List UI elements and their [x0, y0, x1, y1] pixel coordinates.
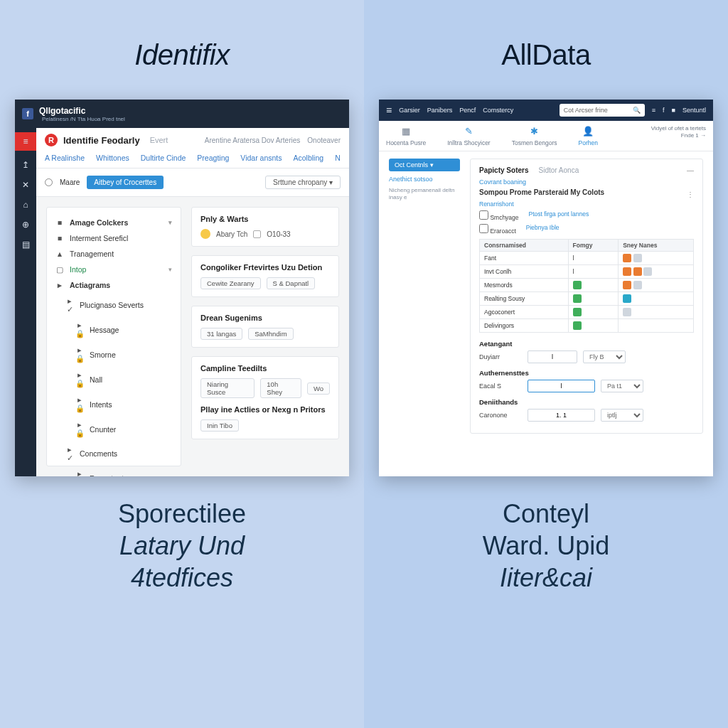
top-link-1[interactable]: Panibers — [427, 107, 453, 114]
tree-icon: ▸ 🔒 — [75, 469, 84, 476]
tab-0[interactable]: A Realinshe — [45, 154, 85, 162]
card-title: Drean Sugenims — [200, 314, 330, 322]
cell: Invt Conlh — [480, 265, 569, 279]
sidebar-item-4[interactable]: ►Actiagrams — [47, 277, 181, 293]
hdr-meta-2[interactable]: Onoteaver — [307, 136, 341, 144]
panel-tab-2[interactable]: Sidtor Aonca — [538, 166, 579, 174]
tab-4[interactable]: Vidar ansnts — [240, 154, 282, 162]
cell — [568, 319, 619, 333]
ad-topbar: ≡ Garsier Panibers Pencf Comstercy Cot A… — [379, 100, 713, 121]
status-square-icon — [633, 281, 642, 289]
pill[interactable]: SaMhndim — [248, 328, 293, 340]
radio-icon[interactable] — [45, 178, 53, 186]
sidebar-item-9[interactable]: ▸ 🔒Intents — [47, 392, 181, 417]
status-square-icon — [633, 267, 642, 276]
row3-input[interactable] — [528, 409, 595, 422]
tab-2[interactable]: Dultirte Cinde — [141, 154, 186, 162]
row1-input[interactable] — [528, 350, 577, 363]
sidebar-item-6[interactable]: ▸ 🔒Hessage — [47, 317, 181, 342]
row2-input[interactable] — [528, 380, 595, 392]
panel-heading: Sompou Prome Parsteraid My Colots — [479, 188, 687, 196]
sidebar-item-8[interactable]: ▸ 🔒Nall — [47, 367, 181, 392]
panel-link-1[interactable]: Renarrishont — [479, 200, 694, 208]
tree-icon: ■ — [55, 234, 64, 242]
tree-icon: ▸ 🔒 — [75, 420, 84, 438]
sidebar-item-5[interactable]: ▸ ✓Plucignaso Severts — [47, 293, 181, 317]
tree-icon: ▸ 🔒 — [75, 346, 84, 363]
tab-6[interactable]: N — [335, 154, 341, 162]
search-placeholder: Cot Arcser frine — [564, 107, 628, 114]
sidebar-label: Smorne — [90, 350, 116, 359]
th-2: Sney Nanes — [619, 240, 694, 252]
search-input[interactable]: Cot Arcser frine 🔍 — [560, 104, 645, 117]
pill[interactable]: S & Dapnatl — [267, 277, 316, 289]
sidebar-label: Rasantontens — [90, 474, 136, 477]
th-1: Fomgy — [568, 240, 619, 252]
navtab-3[interactable]: 👤Porhen — [579, 125, 598, 146]
pill[interactable]: 31 langas — [200, 328, 242, 340]
sidebar-item-0[interactable]: ■Amage Colckers▾ — [47, 215, 181, 230]
rail-user-icon[interactable]: ✕ — [20, 179, 31, 191]
more-icon[interactable]: ⋮ — [687, 191, 694, 198]
checkbox-icon[interactable] — [253, 230, 261, 238]
sidebar-label: Cnunter — [90, 425, 116, 434]
top-right-2[interactable]: ■ — [672, 107, 675, 114]
card-title: Campline Teedilts — [200, 364, 330, 373]
tab-5[interactable]: Acolbling — [294, 154, 324, 162]
brand-sub: Pelatinesn /N Tta Huoa Pred tnel — [42, 116, 125, 122]
navtab-0[interactable]: ▦Hocenta Pusre — [386, 125, 426, 146]
card-1: Congoliker Frtevirtes Uzu DetionCewite Z… — [191, 255, 339, 297]
top-right-3[interactable]: Sentuntl — [682, 107, 706, 114]
checkbox-1[interactable] — [479, 210, 488, 220]
sidebar-item-2[interactable]: ▲Tranagement — [47, 246, 181, 262]
panel-link-3[interactable]: Piebnya Ible — [526, 224, 560, 235]
sidebar-item-11[interactable]: ▸ ✓Concments — [47, 441, 181, 466]
status-square-icon — [623, 294, 631, 303]
tabs: A Realinshe Whittones Dultirte Cinde Pre… — [45, 154, 341, 162]
row2-select[interactable]: Pa t1 — [601, 380, 643, 392]
top-right-0[interactable]: ≡ — [652, 107, 655, 114]
table-row: Mesmords — [480, 279, 694, 292]
panel-subtitle[interactable]: Covrant boaning — [479, 178, 694, 186]
pill[interactable]: Niaring Susce — [200, 378, 255, 398]
tree-icon: ► — [55, 281, 64, 289]
top-link-3[interactable]: Comstercy — [483, 107, 513, 114]
sidebar-item-3[interactable]: ▢Intop▾ — [47, 262, 181, 277]
top-right-1[interactable]: f — [663, 107, 665, 114]
rail-doc-icon[interactable]: ▤ — [20, 239, 31, 250]
panel-link-2[interactable]: Ptost firga pont lannes — [529, 210, 589, 221]
navtab-1[interactable]: ✎Inlltra Shocyicer — [447, 125, 490, 146]
rail-building-icon[interactable]: ⌂ — [20, 199, 31, 210]
tab-1[interactable]: Whittones — [96, 154, 129, 162]
rail-globe-icon[interactable]: ⊕ — [20, 219, 31, 230]
collapse-icon[interactable]: — — [687, 166, 694, 174]
primary-button[interactable]: Aitbey of Crocerttes — [87, 176, 164, 189]
row2-label: Eacal S — [479, 382, 522, 390]
sidebar-item-7[interactable]: ▸ 🔒Smorne — [47, 342, 181, 367]
row3-select[interactable]: iptlj — [601, 409, 643, 422]
sidebar-item-12[interactable]: ▸ 🔒Rasantontens — [47, 466, 181, 476]
checkbox-2[interactable] — [479, 224, 488, 233]
pill[interactable]: 10h Shey — [260, 378, 301, 398]
status-square-icon — [633, 254, 642, 262]
side-link[interactable]: Anethict sotsoo — [389, 176, 460, 183]
row1-select[interactable]: Fly B — [583, 350, 626, 363]
rail-home-icon[interactable]: ≡ — [15, 132, 36, 151]
tab-3[interactable]: Preagting — [197, 154, 229, 162]
sidebar-label: Plucignaso Severts — [80, 301, 144, 309]
sidebar-item-1[interactable]: ■Interment Sereficl — [47, 230, 181, 246]
dropdown-button[interactable]: Srttune chropany ▾ — [265, 176, 341, 189]
hdr-meta-1[interactable]: Arentine Aratersa Dov Arteries — [205, 136, 301, 144]
menu-icon[interactable]: ≡ — [386, 105, 392, 116]
pill[interactable]: Wo — [307, 382, 330, 395]
dropdown-button[interactable]: Oct Centnls ▾ — [389, 159, 460, 171]
check-label-2: Eraroacct — [490, 228, 515, 235]
navtab-2[interactable]: ✱Tosmen Bengors — [512, 125, 557, 146]
top-link-2[interactable]: Pencf — [459, 107, 476, 114]
panel-tab-1[interactable]: Papicty Soters — [479, 166, 528, 174]
top-link-0[interactable]: Garsier — [399, 107, 420, 114]
pill[interactable]: Cewite Zearany — [200, 277, 261, 289]
pill[interactable]: Inin Tibo — [200, 419, 239, 432]
rail-upload-icon[interactable]: ↥ — [20, 159, 31, 171]
sidebar-item-10[interactable]: ▸ 🔒Cnunter — [47, 417, 181, 441]
